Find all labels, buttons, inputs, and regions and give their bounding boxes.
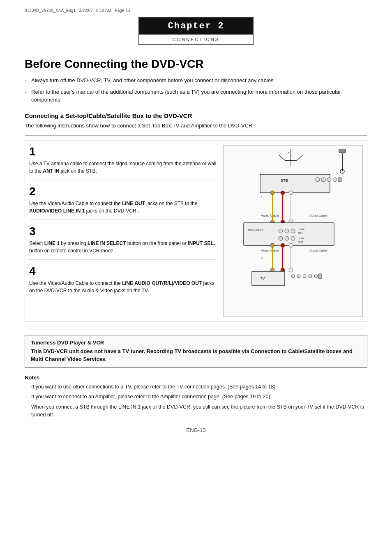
svg-text:LINE: LINE: [299, 237, 304, 240]
svg-text:1←: 1←: [261, 195, 266, 199]
steps-column: 1 Use a TV antenna cable to connect the …: [29, 145, 217, 317]
divider-bottom: [25, 330, 367, 330]
svg-text:▪: ▪: [288, 151, 289, 155]
section-description: The following instructions show how to c…: [25, 122, 367, 129]
svg-text:Audio Cable: Audio Cable: [309, 249, 327, 252]
svg-text:LINE: LINE: [299, 228, 304, 231]
page-title: Before Connecting the DVD-VCR: [25, 58, 367, 71]
svg-text:TV: TV: [260, 276, 265, 280]
svg-text:DVD-VCR: DVD-VCR: [248, 228, 263, 232]
notes-section: Notes If you want to use other connectio…: [25, 374, 367, 419]
step-1: 1 Use a TV antenna cable to connect the …: [29, 145, 217, 180]
svg-text:1←: 1←: [261, 256, 266, 260]
chapter-box: Chapter 2 CONNECTIONS: [138, 17, 254, 45]
diagram-column: ▪ STB 1← Video Cable: [223, 145, 363, 317]
note-box: Tunerless DVD Player & VCR This DVD-VCR …: [25, 335, 367, 368]
svg-point-14: [333, 178, 337, 182]
svg-point-32: [291, 229, 295, 233]
step-2: 2 Use the Video/Audio Cable to connect t…: [29, 185, 217, 220]
svg-point-30: [279, 229, 283, 233]
svg-text:Audio Cable: Audio Cable: [309, 214, 327, 217]
svg-text:IN 1: IN 1: [298, 232, 303, 234]
svg-point-21: [270, 191, 274, 195]
svg-text:Video Cable: Video Cable: [261, 249, 279, 252]
step-3-text: Select LINE 1 by pressing LINE IN SELECT…: [29, 240, 217, 254]
step-4-number: 4: [29, 265, 217, 278]
svg-rect-7: [339, 149, 346, 153]
note-item-2: If you want to connect to an Amplifier, …: [25, 393, 367, 401]
note-box-title: Tunerless DVD Player & VCR: [31, 340, 361, 346]
svg-point-24: [281, 191, 285, 195]
intro-bullets: Always turn off the DVD-VCR, TV, and oth…: [25, 76, 367, 104]
chapter-subtitle: CONNECTIONS: [139, 35, 253, 44]
step-3: 3 Select LINE 1 by pressing LINE IN SELE…: [29, 225, 217, 260]
header-meta: 01304D_V9700_XAA_Eng1 2/22/07 8:10 AM Pa…: [25, 8, 367, 13]
svg-point-35: [291, 236, 295, 240]
section-title: Connecting a Set-top/Cable/Satellite Box…: [25, 112, 367, 119]
connection-diagram: ▪ STB 1← Video Cable: [227, 149, 359, 313]
svg-rect-52: [252, 271, 285, 286]
svg-point-13: [327, 178, 331, 182]
svg-text:STB: STB: [281, 178, 288, 183]
svg-line-4: [297, 155, 303, 160]
instructions-layout: 1 Use a TV antenna cable to connect the …: [25, 141, 367, 321]
svg-line-3: [279, 155, 285, 160]
svg-text:Video Cable: Video Cable: [261, 214, 279, 217]
svg-text:OUT: OUT: [298, 241, 303, 243]
svg-point-51: [289, 243, 293, 247]
svg-rect-28: [244, 223, 334, 245]
note-box-body: This DVD-VCR unit does not have a TV tun…: [31, 347, 361, 363]
svg-point-50: [289, 268, 293, 272]
note-item-1: If you want to use other connections to …: [25, 383, 367, 391]
step-2-text: Use the Video/Audio Cable to connect the…: [29, 200, 217, 215]
svg-point-12: [321, 178, 325, 182]
svg-rect-9: [260, 174, 330, 193]
svg-point-54: [291, 275, 295, 278]
notes-list: If you want to use other connections to …: [25, 383, 367, 419]
svg-point-58: [314, 275, 318, 278]
svg-point-56: [303, 275, 306, 278]
svg-point-55: [297, 275, 300, 278]
notes-title: Notes: [25, 374, 367, 381]
svg-point-45: [270, 243, 274, 247]
page-footer: ENG-13: [25, 427, 367, 433]
svg-point-48: [281, 243, 285, 247]
divider-top: [25, 135, 367, 136]
svg-point-11: [316, 178, 320, 182]
chapter-title: Chapter 2: [139, 18, 253, 35]
svg-point-33: [279, 236, 283, 240]
svg-point-34: [285, 236, 289, 240]
svg-rect-15: [338, 178, 341, 182]
step-4: 4 Use the Video/Audio Cable to connect t…: [29, 265, 217, 299]
intro-bullet-2: Refer to the user's manual of the additi…: [25, 88, 367, 104]
step-2-number: 2: [29, 185, 217, 198]
svg-point-27: [289, 191, 293, 195]
step-3-number: 3: [29, 225, 217, 238]
step-4-text: Use the Video/Audio Cable to connect the…: [29, 280, 217, 294]
svg-point-57: [309, 275, 312, 278]
note-item-3: When you connect a STB through the LINE …: [25, 403, 367, 419]
intro-bullet-1: Always turn off the DVD-VCR, TV, and oth…: [25, 76, 367, 85]
step-1-text: Use a TV antenna cable to connect the si…: [29, 160, 217, 175]
svg-point-31: [285, 229, 289, 233]
step-1-number: 1: [29, 145, 217, 158]
svg-rect-59: [318, 274, 322, 279]
